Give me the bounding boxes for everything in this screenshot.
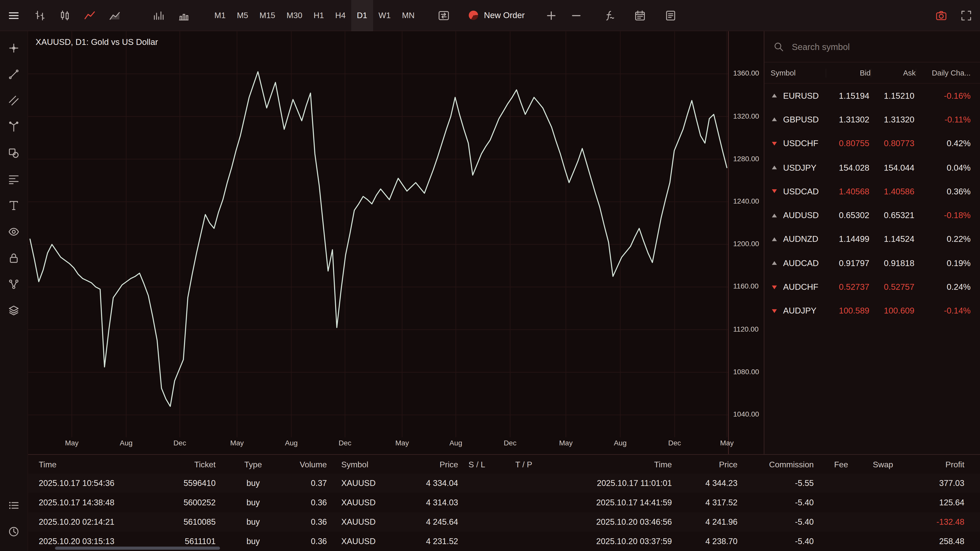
- zoom-in-button[interactable]: [538, 0, 563, 31]
- trade-cell: buy: [216, 473, 291, 493]
- trade-cell: [458, 532, 496, 551]
- timeframe-w1[interactable]: W1: [373, 0, 396, 31]
- market-column-header[interactable]: Bid: [826, 68, 870, 77]
- trade-cell: [458, 493, 496, 512]
- zoom-out-button[interactable]: [563, 0, 589, 31]
- candlestick-chart-button[interactable]: [52, 0, 78, 31]
- trades-column-header[interactable]: Time: [552, 455, 672, 473]
- market-row-audchf[interactable]: AUDCHF0.527370.527570.24%: [764, 275, 980, 299]
- crosshair-button[interactable]: [0, 35, 28, 61]
- trades-column-header[interactable]: Ticket: [181, 455, 216, 473]
- trades-column-header[interactable]: Fee: [814, 455, 848, 473]
- area-chart-button[interactable]: [103, 0, 127, 31]
- trades-column-header[interactable]: Commission: [738, 455, 814, 473]
- trade-cell: 2025.10.20 02:14:21: [28, 512, 181, 532]
- market-row-audusd[interactable]: AUDUSD0.653020.65321-0.18%: [764, 203, 980, 227]
- market-column-header[interactable]: Symbol: [771, 68, 826, 77]
- trades-column-header[interactable]: S / L: [458, 455, 496, 473]
- trade-cell: [848, 473, 893, 493]
- shapes-button[interactable]: [0, 140, 28, 166]
- misc-tools-group: [591, 0, 683, 30]
- market-row-audcad[interactable]: AUDCAD0.917970.918180.19%: [764, 251, 980, 275]
- journal-button[interactable]: [658, 0, 683, 31]
- volume-histogram-button[interactable]: [171, 0, 196, 31]
- text-button[interactable]: [0, 192, 28, 219]
- tick-volume-button[interactable]: [146, 0, 171, 31]
- trade-cell: buy: [216, 532, 291, 551]
- timeframe-h1[interactable]: H1: [308, 0, 330, 31]
- trade-cell: XAUUSD: [327, 473, 390, 493]
- menu-button[interactable]: [0, 0, 27, 31]
- trade-row[interactable]: 2025.10.20 02:14:215610085buy0.36XAUUSD4…: [28, 512, 980, 532]
- trade-cell: [814, 493, 848, 512]
- symbol-label: AUDCHF: [783, 283, 824, 292]
- market-row-usdcad[interactable]: USDCAD1.405681.405860.36%: [764, 179, 980, 203]
- market-row-usdjpy[interactable]: USDJPY154.028154.0440.04%: [764, 156, 980, 179]
- lock-button[interactable]: [0, 245, 28, 271]
- ask-value: 100.609: [870, 306, 915, 316]
- one-click-trading-button[interactable]: [431, 0, 457, 31]
- market-row-eurusd[interactable]: EURUSD1.151941.15210-0.16%: [764, 84, 980, 108]
- trendline-button[interactable]: [0, 61, 28, 87]
- trades-column-header[interactable]: Volume: [291, 455, 327, 473]
- market-column-header[interactable]: Daily Cha...: [916, 68, 971, 77]
- time-axis[interactable]: MayAugDecMayAugDecMayAugDecMayAugDecMay: [28, 439, 764, 452]
- trades-column-header[interactable]: Price: [390, 455, 458, 473]
- trades-column-header[interactable]: Time: [28, 455, 181, 473]
- fibonacci-button[interactable]: [0, 166, 28, 192]
- symbol-search[interactable]: [764, 31, 980, 62]
- timeframe-mn[interactable]: MN: [396, 0, 420, 31]
- trades-column-header[interactable]: Profit: [893, 455, 980, 473]
- pitchfork-button[interactable]: [0, 114, 28, 140]
- fullscreen-button[interactable]: [954, 0, 979, 31]
- layers-button[interactable]: [0, 297, 28, 324]
- timeframe-m30[interactable]: M30: [281, 0, 308, 31]
- price-chart[interactable]: [28, 31, 728, 451]
- price-axis[interactable]: 1040.001080.001120.001160.001200.001240.…: [728, 31, 764, 454]
- search-input[interactable]: [791, 41, 971, 52]
- trade-row[interactable]: 2025.10.17 10:54:365596410buy0.37XAUUSD4…: [28, 473, 980, 493]
- area-chart-icon: [109, 9, 121, 22]
- trade-cell: [848, 493, 893, 512]
- market-row-usdchf[interactable]: USDCHF0.807550.807730.42%: [764, 132, 980, 156]
- up-arrow-icon: [772, 118, 780, 121]
- bid-value: 1.40568: [824, 187, 869, 196]
- top-toolbar: M1M5M15M30H1H4D1W1MN New Order: [0, 0, 980, 31]
- trades-column-header[interactable]: Price: [672, 455, 738, 473]
- trades-column-header[interactable]: Swap: [848, 455, 893, 473]
- trade-row[interactable]: 2025.10.17 14:38:485600252buy0.36XAUUSD4…: [28, 493, 980, 512]
- daily-change-value: 0.36%: [915, 187, 970, 196]
- objects-button[interactable]: [0, 271, 28, 297]
- indicators-button[interactable]: [597, 0, 622, 31]
- trade-cell: XAUUSD: [327, 512, 390, 532]
- channel-button[interactable]: [0, 87, 28, 114]
- screenshot-button[interactable]: [929, 0, 954, 31]
- new-order-button[interactable]: New Order: [464, 0, 530, 30]
- trade-cell: buy: [216, 512, 291, 532]
- trades-column-header[interactable]: Symbol: [327, 455, 390, 473]
- market-column-header[interactable]: Ask: [870, 68, 915, 77]
- calendar-button[interactable]: [627, 0, 652, 31]
- chart-area[interactable]: XAUUSD, D1: Gold vs US Dollar 1040.00108…: [28, 31, 764, 454]
- timeframe-d1[interactable]: D1: [351, 0, 373, 31]
- horizontal-scrollbar-thumb[interactable]: [55, 547, 220, 550]
- timeframe-m1[interactable]: M1: [209, 0, 231, 31]
- volume-histogram-icon: [178, 9, 190, 22]
- market-row-gbpusd[interactable]: GBPUSD1.313021.31320-0.11%: [764, 108, 980, 132]
- market-row-audnzd[interactable]: AUDNZD1.144991.145240.22%: [764, 227, 980, 251]
- trade-cell: [814, 473, 848, 493]
- trades-column-header[interactable]: Type: [216, 455, 291, 473]
- market-watch-header[interactable]: SymbolBidAskDaily Cha...: [764, 62, 980, 84]
- timeframe-m5[interactable]: M5: [231, 0, 254, 31]
- history-button[interactable]: [0, 519, 28, 545]
- market-row-audjpy[interactable]: AUDJPY100.589100.609-0.14%: [764, 299, 980, 323]
- timeframe-m15[interactable]: M15: [254, 0, 281, 31]
- trade-cell: [496, 493, 552, 512]
- eye-button[interactable]: [0, 219, 28, 245]
- timeframe-h4[interactable]: H4: [329, 0, 351, 31]
- ask-value: 0.91818: [870, 259, 915, 268]
- line-chart-button[interactable]: [78, 0, 103, 31]
- trades-column-header[interactable]: T / P: [496, 455, 552, 473]
- trade-list-button[interactable]: [0, 492, 28, 519]
- bars-chart-button[interactable]: [27, 0, 52, 31]
